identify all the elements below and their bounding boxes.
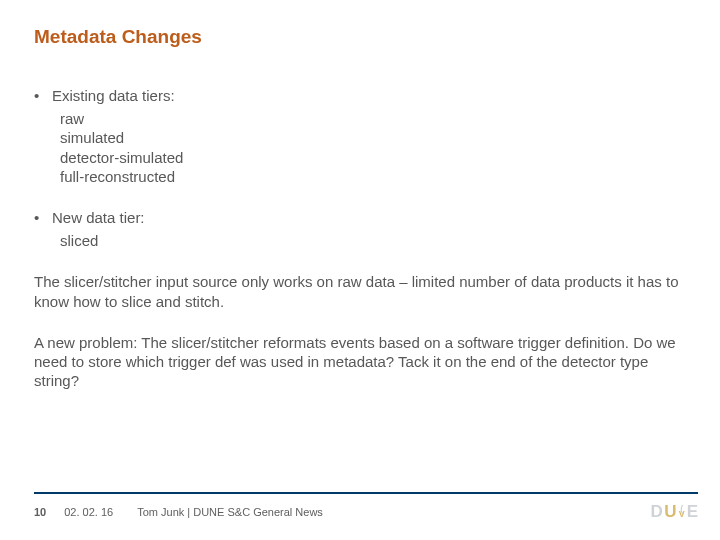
subitem-detector-simulated: detector-simulated <box>34 148 686 167</box>
logo-neutrino-icon: ( V <box>679 507 685 517</box>
footer: 10 02. 02. 16 Tom Junk | DUNE S&C Genera… <box>34 492 698 522</box>
logo-letter-v: V <box>679 512 685 517</box>
paragraph-new-problem: A new problem: The slicer/stitcher refor… <box>34 333 686 391</box>
bullet-text: New data tier: <box>52 208 686 227</box>
subitem-sliced: sliced <box>34 231 686 250</box>
footer-date: 02. 02. 16 <box>64 506 113 518</box>
bullet-new-tier: • New data tier: <box>34 208 686 227</box>
subitem-simulated: simulated <box>34 128 686 147</box>
subitem-raw: raw <box>34 109 686 128</box>
slide: Metadata Changes • Existing data tiers: … <box>0 0 720 540</box>
paragraph-slicer-limits: The slicer/stitcher input source only wo… <box>34 272 686 310</box>
logo-letter-e: E <box>687 502 698 522</box>
page-number: 10 <box>34 506 46 518</box>
footer-row: 10 02. 02. 16 Tom Junk | DUNE S&C Genera… <box>34 502 698 522</box>
bullet-existing-tiers: • Existing data tiers: <box>34 86 686 105</box>
bullet-text: Existing data tiers: <box>52 86 686 105</box>
logo-letter-d: D <box>651 502 664 522</box>
footer-attribution: Tom Junk | DUNE S&C General News <box>137 506 323 518</box>
spacer <box>34 186 686 208</box>
footer-rule <box>34 492 698 494</box>
slide-title: Metadata Changes <box>34 26 686 48</box>
bullet-dot: • <box>34 208 52 227</box>
logo-letter-u: U <box>664 502 676 522</box>
dune-logo: D U ( V E <box>651 502 698 522</box>
bullet-dot: • <box>34 86 52 105</box>
subitem-full-reconstructed: full-reconstructed <box>34 167 686 186</box>
slide-content: • Existing data tiers: raw simulated det… <box>34 86 686 390</box>
